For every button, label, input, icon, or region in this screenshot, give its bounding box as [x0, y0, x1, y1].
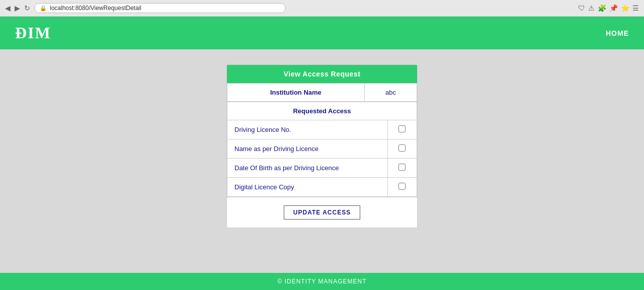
- access-field-label: Date Of Birth as per Driving Licence: [227, 159, 388, 178]
- page-wrapper: ÐIM HOME View Access Request Institution…: [0, 17, 644, 290]
- table-row: Date Of Birth as per Driving Licence: [227, 159, 417, 178]
- warning-icon: ⚠: [588, 4, 595, 12]
- address-bar[interactable]: 🔒 localhost:8080/ViewRequestDetail: [34, 3, 286, 13]
- brand-logo: ÐIM: [15, 24, 51, 42]
- institution-label: Institution Name: [227, 84, 365, 102]
- access-field-checkbox-cell: [387, 139, 417, 159]
- institution-table: Institution Name abc: [227, 83, 417, 102]
- button-row: UPDATE ACCESS: [227, 197, 417, 228]
- card-title: View Access Request: [284, 70, 361, 78]
- access-table: Requested Access Driving Licence No.Name…: [227, 102, 417, 197]
- access-checkbox-3[interactable]: [398, 183, 406, 190]
- requested-access-header: Requested Access: [227, 102, 417, 120]
- reload-button[interactable]: ↻: [24, 4, 30, 12]
- card-body: Institution Name abc Requested Access Dr…: [227, 83, 417, 228]
- browser-toolbar-icons: 🛡 ⚠ 🧩 📌 ⭐ ☰: [578, 4, 639, 12]
- url-text: localhost:8080/ViewRequestDetail: [50, 5, 141, 12]
- access-field-checkbox-cell: [387, 159, 417, 178]
- access-checkbox-2[interactable]: [398, 164, 406, 171]
- access-checkbox-1[interactable]: [398, 144, 406, 152]
- extension-icon-3: ⭐: [621, 4, 629, 12]
- menu-icon[interactable]: ☰: [632, 4, 639, 12]
- access-request-card: View Access Request Institution Name abc…: [226, 64, 418, 228]
- shield-icon: 🛡: [578, 4, 585, 12]
- institution-value: abc: [364, 84, 417, 102]
- footer-text: © IDENTITY MANAGEMENT: [278, 278, 367, 285]
- requested-access-header-row: Requested Access: [227, 102, 417, 120]
- main-content: View Access Request Institution Name abc…: [0, 49, 644, 273]
- extension-icon-1: 🧩: [598, 4, 606, 12]
- lock-icon: 🔒: [40, 5, 47, 12]
- extension-icon-2: 📌: [609, 4, 618, 12]
- access-field-label: Driving Licence No.: [227, 120, 388, 139]
- footer: © IDENTITY MANAGEMENT: [0, 273, 644, 290]
- access-field-label: Name as per Driving Licence: [227, 139, 388, 159]
- table-row: Digital Licence Copy: [227, 178, 417, 197]
- table-row: Driving Licence No.: [227, 120, 417, 139]
- update-access-button[interactable]: UPDATE ACCESS: [284, 205, 360, 220]
- access-field-checkbox-cell: [387, 120, 417, 139]
- access-field-label: Digital Licence Copy: [227, 178, 388, 197]
- forward-button[interactable]: ▶: [15, 4, 20, 12]
- card-header: View Access Request: [227, 65, 417, 83]
- access-field-checkbox-cell: [387, 178, 417, 197]
- browser-chrome: ◀ ▶ ↻ 🔒 localhost:8080/ViewRequestDetail…: [0, 0, 644, 17]
- home-link[interactable]: HOME: [606, 29, 629, 37]
- nav-links: HOME: [606, 29, 629, 38]
- back-button[interactable]: ◀: [5, 4, 11, 12]
- institution-row: Institution Name abc: [227, 84, 417, 102]
- access-checkbox-0[interactable]: [398, 125, 406, 132]
- navbar: ÐIM HOME: [0, 17, 644, 49]
- table-row: Name as per Driving Licence: [227, 139, 417, 159]
